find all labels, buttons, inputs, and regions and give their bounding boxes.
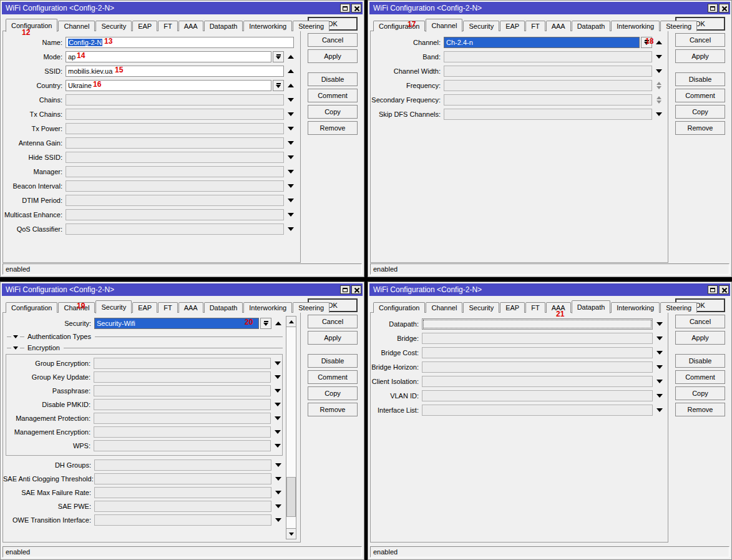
owe-transition-interface-input[interactable]	[94, 514, 271, 526]
dh-groups-input[interactable]	[94, 459, 271, 471]
bridge-input[interactable]	[422, 333, 653, 344]
frequency-spinner-icons[interactable]	[656, 82, 661, 89]
scrollbar-thumb[interactable]	[286, 477, 296, 517]
tab-ft[interactable]: FT	[158, 21, 177, 31]
wps-input[interactable]	[94, 440, 271, 451]
bridge-expand-down-icon[interactable]	[656, 336, 663, 340]
close-button[interactable]	[719, 285, 729, 294]
sae-pwe-expand-down-icon[interactable]	[275, 504, 281, 508]
tab-security[interactable]: Security	[463, 21, 499, 31]
disable-pmkid-expand-down-icon[interactable]	[275, 403, 281, 406]
tab-steering[interactable]: Steering	[660, 302, 697, 313]
remove-button[interactable]: Remove	[308, 403, 358, 416]
skip-dfs-channels-input[interactable]	[444, 109, 652, 120]
multicast-enhance-input[interactable]	[66, 209, 284, 220]
management-encryption-input[interactable]	[94, 426, 271, 438]
passphrase-expand-down-icon[interactable]	[275, 389, 281, 393]
tab-security[interactable]: Security	[463, 302, 499, 313]
bridge-cost-input[interactable]	[422, 347, 653, 358]
sae-pwe-input[interactable]	[94, 501, 271, 512]
band-input[interactable]	[444, 51, 652, 62]
channel-width-input[interactable]	[444, 66, 652, 77]
datapath-expand-down-icon[interactable]	[656, 322, 663, 326]
window-titlebar[interactable]: WiFi Configuration <Config-2-N>	[2, 2, 363, 14]
multicast-enhance-expand-down-icon[interactable]	[288, 213, 294, 217]
comment-button[interactable]: Comment	[308, 89, 358, 102]
cancel-button[interactable]: Cancel	[308, 315, 358, 328]
tab-interworking[interactable]: Interworking	[243, 302, 292, 313]
cancel-button[interactable]: Cancel	[308, 33, 358, 47]
tab-datapath[interactable]: Datapath	[204, 21, 243, 31]
disable-pmkid-input[interactable]	[94, 399, 271, 410]
channel-collapse-up-icon[interactable]	[656, 41, 662, 44]
datapath-input[interactable]	[422, 318, 653, 330]
secondary-frequency-spinner-icons[interactable]	[656, 96, 661, 104]
owe-transition-interface-expand-down-icon[interactable]	[275, 518, 281, 522]
maximize-button[interactable]	[708, 285, 718, 294]
close-button[interactable]	[351, 4, 361, 12]
copy-button[interactable]: Copy	[308, 386, 358, 400]
antenna-gain-input[interactable]	[66, 137, 284, 149]
tab-channel[interactable]: Channel	[58, 21, 95, 31]
tab-steering[interactable]: Steering	[660, 21, 697, 31]
tab-channel[interactable]: Channel	[426, 302, 462, 313]
cancel-button[interactable]: Cancel	[675, 33, 725, 47]
scroll-up-button[interactable]	[286, 317, 296, 327]
tab-interworking[interactable]: Interworking	[611, 302, 660, 313]
tab-configuration[interactable]: Configuration	[373, 302, 425, 313]
mode-input[interactable]: ap	[66, 51, 271, 62]
tab-eap[interactable]: EAP	[132, 21, 157, 31]
vlan-id-expand-down-icon[interactable]	[656, 394, 663, 398]
tab-ft[interactable]: FT	[525, 302, 545, 313]
remove-button[interactable]: Remove	[675, 403, 725, 416]
close-button[interactable]	[719, 4, 729, 12]
comment-button[interactable]: Comment	[675, 89, 725, 102]
window-titlebar[interactable]: WiFi Configuration <Config-2-N>	[369, 283, 730, 296]
group-key-update-expand-down-icon[interactable]	[275, 375, 281, 379]
tab-eap[interactable]: EAP	[132, 302, 157, 313]
disable-button[interactable]: Disable	[308, 72, 358, 86]
tab-aaa[interactable]: AAA	[178, 21, 203, 31]
tab-configuration[interactable]: Configuration	[6, 302, 57, 313]
tx-power-input[interactable]	[66, 123, 284, 134]
copy-button[interactable]: Copy	[308, 105, 358, 119]
channel-width-expand-down-icon[interactable]	[656, 69, 662, 73]
hide-ssid-input[interactable]	[66, 152, 284, 163]
scrollbar[interactable]	[286, 316, 296, 539]
management-protection-input[interactable]	[94, 413, 271, 424]
tx-power-expand-down-icon[interactable]	[288, 127, 294, 130]
tx-chains-input[interactable]	[66, 109, 284, 120]
country-dropdown-button[interactable]	[273, 80, 284, 91]
chains-input[interactable]	[66, 94, 284, 106]
maximize-button[interactable]	[340, 285, 350, 294]
interface-list-expand-down-icon[interactable]	[656, 408, 663, 412]
name-input[interactable]: Config-2-N	[66, 37, 294, 48]
dtim-period-expand-down-icon[interactable]	[288, 199, 294, 202]
sae-anti-clogging-threshold-input[interactable]	[94, 473, 271, 484]
tab-ft[interactable]: FT	[525, 21, 545, 31]
ssid-collapse-up-icon[interactable]	[288, 69, 294, 73]
maximize-button[interactable]	[708, 4, 718, 12]
sae-max-failure-rate-expand-down-icon[interactable]	[275, 491, 281, 494]
remove-button[interactable]: Remove	[675, 121, 725, 135]
comment-button[interactable]: Comment	[675, 370, 725, 384]
cancel-button[interactable]: Cancel	[675, 315, 725, 328]
beacon-interval-expand-down-icon[interactable]	[288, 184, 294, 188]
section-collapse-icon[interactable]	[13, 335, 18, 338]
section-collapse-icon[interactable]	[13, 346, 18, 350]
tab-steering[interactable]: Steering	[293, 302, 329, 313]
close-button[interactable]	[351, 285, 361, 294]
tab-configuration[interactable]: Configuration	[6, 19, 57, 32]
manager-input[interactable]	[66, 166, 284, 177]
qos-classifier-expand-down-icon[interactable]	[288, 227, 294, 231]
group-encryption-expand-down-icon[interactable]	[275, 361, 281, 365]
tab-security[interactable]: Security	[95, 300, 132, 313]
management-encryption-expand-down-icon[interactable]	[275, 430, 281, 434]
passphrase-input[interactable]	[94, 385, 271, 396]
window-titlebar[interactable]: WiFi Configuration <Config-2-N>	[369, 2, 730, 14]
dh-groups-expand-down-icon[interactable]	[275, 463, 281, 467]
apply-button[interactable]: Apply	[675, 331, 725, 345]
disable-button[interactable]: Disable	[675, 354, 725, 368]
bridge-cost-expand-down-icon[interactable]	[656, 351, 663, 355]
scrollbar-track[interactable]	[286, 327, 296, 528]
